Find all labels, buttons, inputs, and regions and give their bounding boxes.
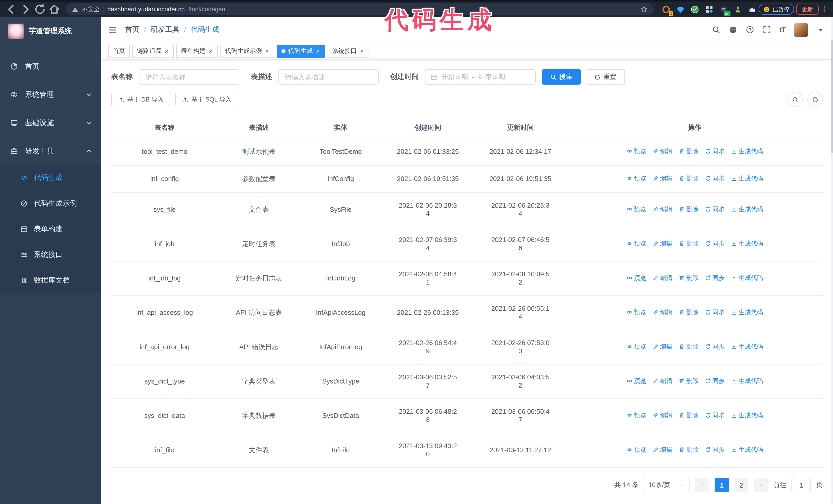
- delete-action-button[interactable]: 删除: [679, 147, 698, 155]
- url-host[interactable]: dashboard.yudao.iocoder.cn: [108, 6, 185, 13]
- eye-action-button[interactable]: 预览: [626, 147, 646, 155]
- sidebar-subitem-1[interactable]: 代码生成: [0, 165, 101, 191]
- generate-action-button[interactable]: 生成代码: [731, 174, 763, 183]
- generate-action-button[interactable]: 生成代码: [731, 239, 763, 248]
- close-icon[interactable]: [359, 48, 364, 54]
- edit-action-button[interactable]: 编辑: [652, 174, 672, 183]
- sidebar-item-3[interactable]: 基础设施: [0, 109, 101, 137]
- sync-action-button[interactable]: 同步: [705, 239, 724, 248]
- ext-grid-icon[interactable]: [705, 5, 714, 14]
- goto-page-input[interactable]: [791, 478, 811, 492]
- page-button-1[interactable]: 1: [715, 478, 729, 492]
- generate-action-button[interactable]: 生成代码: [731, 377, 763, 385]
- ext-dark-icon[interactable]: on: [719, 5, 728, 14]
- user-avatar[interactable]: [794, 23, 808, 37]
- url-path[interactable]: /tool/codegen: [188, 6, 225, 13]
- sync-action-button[interactable]: 同步: [705, 411, 724, 419]
- close-icon[interactable]: [315, 48, 320, 54]
- search-button[interactable]: 搜索: [542, 69, 581, 85]
- prev-page-button[interactable]: [695, 478, 710, 492]
- edit-action-button[interactable]: 编辑: [652, 446, 672, 454]
- eye-action-button[interactable]: 预览: [626, 377, 646, 385]
- delete-action-button[interactable]: 删除: [679, 205, 698, 213]
- ext-shield-icon[interactable]: [690, 5, 699, 14]
- fullscreen-icon[interactable]: [763, 26, 771, 34]
- delete-action-button[interactable]: 删除: [679, 342, 698, 351]
- browser-back-icon[interactable]: [5, 3, 18, 16]
- profile-paused-chip[interactable]: 已暂停: [759, 4, 794, 15]
- close-icon[interactable]: [264, 48, 270, 54]
- generate-action-button[interactable]: 生成代码: [731, 274, 763, 282]
- edit-action-button[interactable]: 编辑: [652, 377, 672, 385]
- bookmark-star-icon[interactable]: [640, 6, 647, 13]
- address-bar[interactable]: 不安全 dashboard.yudao.iocoder.cn/tool/code…: [66, 3, 653, 16]
- sync-action-button[interactable]: 同步: [705, 274, 724, 282]
- date-range-picker[interactable]: 开始日期 - 结束日期: [425, 69, 536, 85]
- sidebar-item-2[interactable]: 系统管理: [0, 80, 101, 109]
- delete-action-button[interactable]: 删除: [679, 308, 698, 316]
- edit-action-button[interactable]: 编辑: [652, 274, 672, 282]
- security-label[interactable]: 不安全: [82, 5, 100, 13]
- eye-action-button[interactable]: 预览: [626, 411, 646, 419]
- help-icon[interactable]: ?: [746, 26, 754, 34]
- font-size-icon[interactable]: tT: [780, 26, 785, 34]
- tab-表单构建[interactable]: 表单构建: [176, 44, 218, 58]
- browser-home-icon[interactable]: [48, 3, 61, 16]
- eye-action-button[interactable]: 预览: [626, 274, 646, 282]
- reset-button[interactable]: 重置: [586, 69, 625, 85]
- delete-action-button[interactable]: 删除: [679, 446, 698, 454]
- browser-forward-icon[interactable]: [20, 3, 32, 16]
- edit-action-button[interactable]: 编辑: [652, 342, 672, 351]
- import-sql-button[interactable]: 基于 SQL 导入: [175, 93, 238, 106]
- sync-action-button[interactable]: 同步: [705, 377, 724, 385]
- edit-action-button[interactable]: 编辑: [652, 308, 672, 316]
- table-name-input[interactable]: [139, 69, 239, 85]
- browser-menu-kebab-icon[interactable]: [821, 6, 828, 13]
- sidebar-subitem-3[interactable]: 表单构建: [0, 216, 101, 242]
- next-page-button[interactable]: [754, 478, 768, 492]
- eye-action-button[interactable]: 预览: [626, 308, 646, 316]
- page-scrollbar[interactable]: [831, 17, 833, 504]
- ext-green-icon[interactable]: [734, 5, 742, 14]
- delete-action-button[interactable]: 删除: [679, 174, 698, 183]
- app-logo-row[interactable]: 芋道管理系统: [0, 17, 101, 44]
- tab-首页[interactable]: 首页: [108, 44, 130, 58]
- tab-系统接口[interactable]: 系统接口: [328, 44, 369, 58]
- edit-action-button[interactable]: 编辑: [652, 239, 672, 248]
- tab-代码生成示例[interactable]: 代码生成示例: [220, 44, 274, 58]
- ext-puzzle-icon[interactable]: [748, 5, 757, 14]
- generate-action-button[interactable]: 生成代码: [731, 342, 763, 351]
- page-button-2[interactable]: 2: [734, 478, 748, 492]
- eye-action-button[interactable]: 预览: [626, 342, 646, 351]
- scrollbar-thumb[interactable]: [831, 40, 833, 153]
- eye-action-button[interactable]: 预览: [626, 205, 646, 213]
- delete-action-button[interactable]: 删除: [679, 274, 698, 282]
- eye-action-button[interactable]: 预览: [626, 239, 646, 248]
- sidebar-subitem-5[interactable]: 数据库文档: [0, 268, 101, 293]
- eye-action-button[interactable]: 预览: [626, 174, 646, 183]
- breadcrumb-item[interactable]: 研发工具: [151, 25, 180, 34]
- sync-action-button[interactable]: 同步: [705, 174, 724, 183]
- browser-reload-icon[interactable]: [34, 3, 46, 16]
- close-icon[interactable]: [164, 48, 169, 54]
- sync-action-button[interactable]: 同步: [705, 205, 724, 213]
- ext-orange-icon[interactable]: 1: [662, 5, 670, 14]
- search-icon[interactable]: [712, 26, 720, 34]
- eye-action-button[interactable]: 预览: [626, 446, 646, 454]
- sync-action-button[interactable]: 同步: [705, 147, 724, 155]
- sidebar-item-1[interactable]: 首页: [0, 52, 101, 80]
- generate-action-button[interactable]: 生成代码: [731, 446, 763, 454]
- sync-action-button[interactable]: 同步: [705, 342, 724, 351]
- sidebar-subitem-2[interactable]: 代码生成示例: [0, 191, 101, 216]
- import-db-button[interactable]: 基于 DB 导入: [111, 93, 170, 106]
- generate-action-button[interactable]: 生成代码: [731, 411, 763, 419]
- breadcrumb-item[interactable]: 首页: [125, 25, 139, 34]
- sync-action-button[interactable]: 同步: [705, 308, 724, 316]
- github-icon[interactable]: [729, 26, 737, 34]
- delete-action-button[interactable]: 删除: [679, 377, 698, 385]
- edit-action-button[interactable]: 编辑: [652, 147, 672, 155]
- breadcrumb-item[interactable]: 代码生成: [191, 25, 219, 34]
- sidebar-subitem-4[interactable]: 系统接口: [0, 242, 101, 268]
- toggle-search-button[interactable]: [787, 92, 803, 107]
- not-secure-warning-icon[interactable]: [72, 6, 78, 13]
